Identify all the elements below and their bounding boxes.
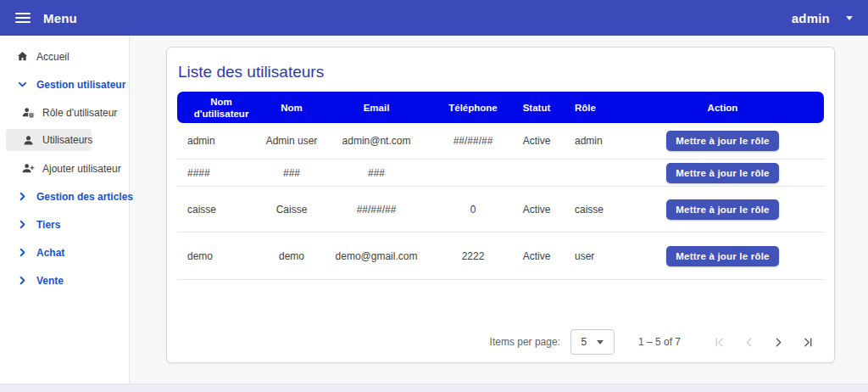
first-page-button[interactable] — [704, 329, 734, 355]
username-label: admin — [792, 11, 830, 25]
sidebar-item-label: Vente — [36, 275, 64, 287]
cell-email: admin@nt.com — [318, 135, 435, 147]
cell-nom: ### — [265, 167, 318, 179]
user-menu[interactable]: admin — [792, 11, 853, 25]
sidebar-item-label: Rôle d'utilisateur — [42, 107, 117, 119]
users-card: Liste des utilisateurs Nom d'utilisateur… — [166, 47, 835, 363]
page-range-label: 1 – 5 of 7 — [638, 336, 681, 348]
sidebar-item-label: Ajouter utilisateur — [42, 163, 121, 175]
person-add-icon — [22, 162, 35, 175]
page-title: Liste des utilisateurs — [178, 63, 824, 81]
table-row: admin Admin user admin@nt.com ##/##/## A… — [177, 123, 824, 160]
table-header: Nom d'utilisateur Nom Email Téléphone St… — [177, 92, 824, 123]
update-role-button[interactable]: Mettre à jour le rôle — [666, 199, 778, 220]
cell-role: caisse — [562, 204, 621, 216]
items-per-page-label: Items per page: — [490, 336, 560, 348]
update-role-button[interactable]: Mettre à jour le rôle — [666, 131, 778, 151]
cell-username: admin — [177, 135, 265, 147]
table-row: demo demo demo@gmail.com 2222 Active use… — [177, 232, 824, 280]
header-cell-email: Email — [318, 102, 435, 114]
cell-username: #### — [177, 167, 265, 179]
cell-statut: Active — [511, 204, 562, 216]
cell-telephone: 2222 — [435, 250, 511, 262]
sidebar-item-label: Gestion des articles — [36, 191, 133, 203]
chevron-right-icon — [16, 190, 29, 203]
cell-nom: Caisse — [265, 204, 318, 216]
sidebar-item-ajouter-utilisateur[interactable]: Ajouter utilisateur — [0, 154, 129, 182]
menu-label: Menu — [43, 11, 77, 25]
sidebar-item-vente[interactable]: Vente — [0, 266, 129, 294]
home-icon — [16, 50, 29, 63]
cell-telephone: ##/##/## — [435, 135, 511, 147]
header-cell-action: Action — [621, 102, 824, 114]
update-role-button[interactable]: Mettre à jour le rôle — [666, 163, 778, 183]
sidebar-item-role-utilisateur[interactable]: Rôle d'utilisateur — [0, 98, 129, 126]
sidebar-item-achat[interactable]: Achat — [0, 238, 129, 266]
first-page-icon — [712, 335, 726, 350]
update-role-button[interactable]: Mettre à jour le rôle — [666, 246, 778, 266]
cell-email: ### — [318, 167, 435, 179]
sidebar-item-label: Accueil — [36, 51, 70, 63]
cell-username: demo — [177, 250, 265, 262]
cell-telephone: 0 — [435, 204, 511, 216]
sidebar-item-tiers[interactable]: Tiers — [0, 210, 129, 238]
next-page-button[interactable] — [764, 329, 793, 355]
page-size-value: 5 — [581, 336, 587, 348]
last-page-button[interactable] — [793, 329, 823, 355]
cell-role: user — [562, 250, 621, 262]
last-page-icon — [801, 335, 815, 350]
cell-role: admin — [562, 135, 621, 147]
chevron-down-icon — [16, 78, 29, 91]
header-cell-telephone: Téléphone — [435, 102, 511, 114]
header-cell-role: Rôle — [562, 102, 621, 114]
header-cell-username: Nom d'utilisateur — [177, 96, 265, 120]
next-page-icon — [771, 335, 786, 350]
caret-down-icon — [846, 16, 853, 20]
sidebar-item-gestion-des-articles[interactable]: Gestion des articles — [0, 182, 129, 210]
chevron-right-icon — [16, 218, 29, 231]
table-row: #### ### ### Mettre à jour le rôle — [177, 160, 824, 187]
chevron-right-icon — [16, 246, 29, 259]
manage-accounts-icon — [22, 106, 35, 119]
cell-statut: Active — [511, 135, 562, 147]
bottom-scrollbar-track[interactable] — [0, 384, 868, 392]
cell-nom: demo — [265, 250, 318, 262]
sidebar-item-gestion-utilisateur[interactable]: Gestion utilisateur — [0, 70, 129, 98]
person-icon — [22, 134, 35, 147]
hamburger-icon[interactable] — [15, 13, 31, 23]
main-content: Liste des utilisateurs Nom d'utilisateur… — [130, 36, 868, 384]
sidebar-item-utilisateurs[interactable]: Utilisateurs — [6, 129, 92, 151]
sidebar-item-label: Tiers — [36, 219, 60, 231]
cell-username: caisse — [177, 204, 265, 216]
header-cell-nom: Nom — [265, 102, 318, 114]
prev-page-button[interactable] — [734, 329, 764, 355]
prev-page-icon — [742, 335, 756, 350]
chevron-right-icon — [16, 274, 29, 287]
page-size-select[interactable]: 5 — [570, 329, 615, 355]
sidebar-item-label: Gestion utilisateur — [36, 79, 125, 91]
sidebar-item-label: Achat — [36, 247, 64, 259]
dropdown-arrow-icon — [597, 340, 604, 344]
header-cell-statut: Statut — [511, 102, 562, 114]
table-row: caisse Caisse ##/##/## 0 Active caisse M… — [177, 187, 824, 232]
cell-statut: Active — [511, 250, 562, 262]
sidebar: Accueil Gestion utilisateur Rôle d'utili… — [0, 36, 130, 384]
cell-nom: Admin user — [265, 135, 318, 147]
sidebar-item-accueil[interactable]: Accueil — [0, 42, 129, 70]
topbar: Menu admin — [0, 0, 868, 36]
cell-email: ##/##/## — [318, 204, 435, 216]
sidebar-item-label: Utilisateurs — [42, 134, 92, 146]
paginator: Items per page: 5 1 – 5 of 7 — [490, 329, 823, 355]
cell-email: demo@gmail.com — [318, 250, 435, 262]
